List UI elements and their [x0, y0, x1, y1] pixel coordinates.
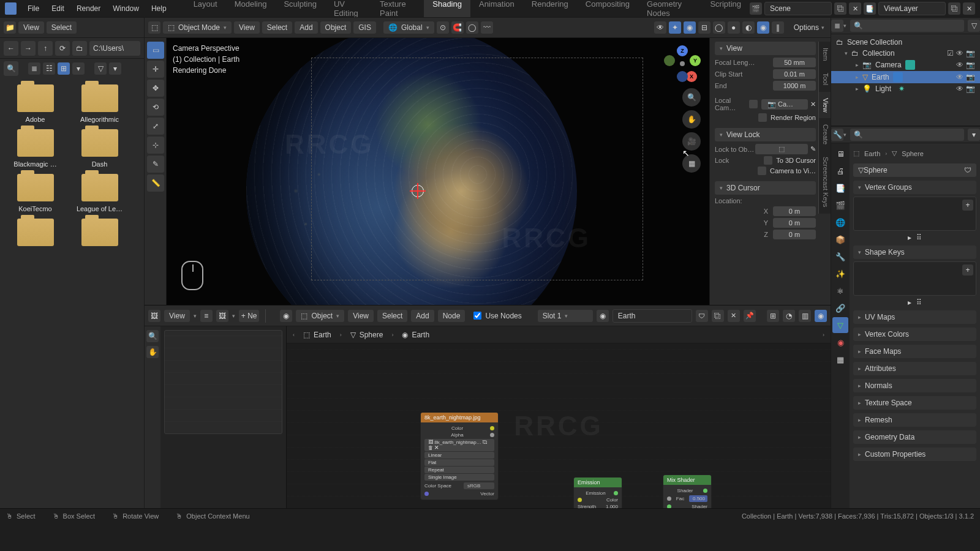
ptab-output[interactable]: 🖨 — [832, 163, 848, 179]
folder-item[interactable]: Blackmagic … — [6, 129, 64, 168]
sk-prev-icon[interactable]: ▸ — [908, 298, 911, 307]
ntab-create[interactable]: Create — [818, 118, 831, 151]
vp-pause-icon[interactable]: ‖ — [772, 21, 784, 34]
xray-icon[interactable]: ⊟ — [698, 21, 710, 34]
ntab-tool[interactable]: Tool — [818, 67, 831, 91]
ol-camera[interactable]: ▸📷Camera👁📷 — [831, 59, 980, 71]
display-list-icon[interactable]: ≣ — [28, 62, 40, 75]
np-view-header[interactable]: ▾View — [715, 42, 816, 55]
sec-vg[interactable]: ▾Vertex Groups — [853, 181, 976, 194]
nav-forward-icon[interactable]: → — [21, 41, 36, 56]
cursor-z[interactable]: 0 m — [773, 230, 816, 239]
img-zoom-icon[interactable]: 🔍 — [146, 330, 159, 342]
proportional-icon[interactable]: ◯ — [466, 21, 478, 34]
ptab-material[interactable]: ◉ — [832, 334, 848, 350]
menu-window[interactable]: Window — [107, 2, 145, 15]
viewlayer-delete-icon[interactable]: ✕ — [963, 2, 975, 15]
ne-image-view[interactable]: View — [164, 310, 190, 322]
filter-settings-icon[interactable]: ▾ — [109, 62, 121, 75]
scene-delete-icon[interactable]: ✕ — [849, 2, 861, 15]
ptab-object[interactable]: 📦 — [832, 231, 848, 247]
node-image-texture-night[interactable]: 8k_earth_nightmap.jpg Color Alpha 🖼 8k_e… — [420, 412, 499, 500]
viewport-editor-icon[interactable]: ⬚ — [148, 21, 160, 34]
ptab-render[interactable]: 🖥 — [832, 146, 848, 162]
clip-start-value[interactable]: 0.01 m — [773, 69, 816, 79]
scene-name-field[interactable]: Scene — [764, 2, 832, 15]
ne-type-image-icon[interactable]: 🖼 — [148, 310, 160, 322]
folder-item[interactable] — [6, 219, 64, 250]
outliner-filter-icon[interactable]: ▽ — [968, 20, 980, 32]
ne-add[interactable]: Add — [411, 310, 434, 322]
node-canvas[interactable]: 8k_earth_nightmap.jpg Color Alpha 🖼 8k_e… — [287, 343, 831, 508]
bread-toggle-right-icon[interactable]: › — [823, 332, 824, 338]
gizmo-icon[interactable]: ✦ — [669, 21, 681, 34]
vg-prev-icon[interactable]: ▸ — [908, 233, 911, 242]
orientation-dropdown[interactable]: 🌐Global▾ — [383, 21, 434, 34]
node-emission[interactable]: Emission Emission Color Strength1.000 — [573, 477, 622, 508]
display-settings-icon[interactable]: ▾ — [72, 62, 85, 75]
bread-collapse-icon[interactable]: ‹ — [293, 332, 295, 338]
zoom-icon[interactable]: 🔍 — [682, 88, 701, 107]
ne-node[interactable]: Node — [438, 310, 466, 322]
ptab-modifier[interactable]: 🔧 — [832, 249, 848, 264]
sk-add-icon[interactable]: + — [962, 264, 973, 276]
ptab-viewlayer[interactable]: 📑 — [832, 180, 848, 196]
ptab-texture[interactable]: ▦ — [832, 351, 848, 367]
nav-newdir-icon[interactable]: 🗀 — [72, 41, 87, 56]
ne-object-dropdown[interactable]: ⬚Object▾ — [296, 310, 344, 322]
filter-icon[interactable]: ▽ — [94, 62, 107, 75]
focal-value[interactable]: 50 mm — [773, 58, 816, 67]
sec-attr[interactable]: ▸Attributes — [853, 362, 976, 375]
ne-overlay1-icon[interactable]: ◔ — [783, 310, 795, 322]
eyedropper-icon[interactable]: ✎ — [810, 145, 816, 153]
bread-material[interactable]: ◉Earth — [402, 331, 429, 339]
sec-uv[interactable]: ▸UV Maps — [853, 310, 976, 324]
bread-mesh[interactable]: ▽Sphere — [350, 331, 383, 339]
folder-item[interactable]: League of Le… — [70, 174, 129, 212]
ptab-scene[interactable]: 🎬 — [832, 197, 848, 213]
mat-new-icon[interactable]: ⿻ — [712, 310, 724, 322]
viewlayer-new-icon[interactable]: ⿻ — [948, 2, 960, 15]
tool-move[interactable]: ✥ — [147, 80, 164, 97]
curve-icon[interactable]: 〰 — [481, 21, 493, 34]
ol-earth[interactable]: ▸▽Earth👁📷 — [831, 71, 980, 83]
mode-dropdown[interactable]: ⬚Object Mode▾ — [163, 21, 232, 34]
display-detail-icon[interactable]: ☷ — [43, 62, 55, 75]
lock-cursor-check[interactable] — [764, 156, 772, 165]
mat-unlink-icon[interactable]: ✕ — [728, 310, 740, 322]
ne-image-browse-icon[interactable]: 🖼 — [216, 310, 228, 322]
viewlayer-browse-icon[interactable]: 📑 — [864, 2, 876, 15]
pivot-icon[interactable]: ⊙ — [437, 21, 449, 34]
render-region-check[interactable] — [758, 113, 767, 122]
ol-collection[interactable]: ▾🗀Collection☑👁📷 — [831, 48, 980, 59]
sec-geom[interactable]: ▸Geometry Data — [853, 430, 976, 444]
sec-remesh[interactable]: ▸Remesh — [853, 413, 976, 427]
search-icon[interactable]: 🔍 — [4, 61, 18, 76]
pan-icon[interactable]: ✋ — [682, 110, 701, 129]
folder-item[interactable]: Adobe — [6, 84, 64, 123]
cam-to-view-check[interactable] — [758, 167, 766, 175]
ne-overlay2-icon[interactable]: ▥ — [799, 310, 811, 322]
scene-new-icon[interactable]: ⿻ — [834, 2, 846, 15]
local-cam-check[interactable] — [749, 100, 758, 108]
ne-snap-icon[interactable]: ⊞ — [767, 310, 779, 322]
editor-type-icon[interactable]: 📁 — [4, 21, 16, 34]
nav-refresh-icon[interactable]: ⟳ — [55, 41, 70, 56]
vp-gis-menu[interactable]: GIS — [353, 21, 376, 34]
slot-dropdown[interactable]: Slot 1▾ — [538, 310, 593, 322]
vp-object-menu[interactable]: Object — [320, 21, 352, 34]
sec-custom[interactable]: ▸Custom Properties — [853, 448, 976, 461]
snap-icon[interactable]: 🧲 — [451, 21, 464, 34]
tool-rotate[interactable]: ⟲ — [147, 99, 164, 116]
vg-add-icon[interactable]: + — [962, 200, 973, 211]
np-cursor3d-header[interactable]: ▾3D Cursor — [715, 181, 816, 195]
fb-select-menu[interactable]: Select — [47, 21, 77, 34]
np-viewlock-header[interactable]: ▾View Lock — [715, 128, 816, 141]
local-cam-field[interactable]: 📷 Ca… — [761, 99, 808, 110]
tool-annotate[interactable]: ✎ — [147, 156, 164, 173]
3d-viewport[interactable]: Camera Perspective (1) Collection | Eart… — [167, 38, 709, 305]
sec-norm[interactable]: ▸Normals — [853, 379, 976, 392]
sec-fm[interactable]: ▸Face Maps — [853, 345, 976, 358]
tool-scale[interactable]: ⤢ — [147, 118, 164, 135]
cursor-x[interactable]: 0 m — [773, 206, 816, 216]
